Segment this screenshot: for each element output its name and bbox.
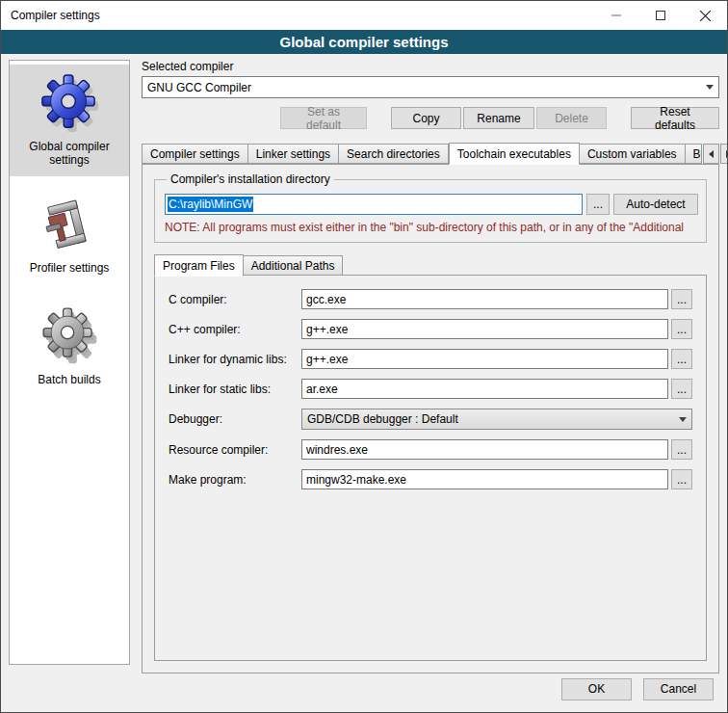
sidebar-item-global-compiler-settings[interactable]: Global compiler settings (10, 65, 129, 176)
maximize-button[interactable] (638, 1, 683, 30)
window-title: Compiler settings (1, 9, 100, 22)
tab-compiler-settings[interactable]: Compiler settings (142, 144, 248, 164)
resource-compiler-row: Resource compiler: ... (169, 439, 692, 460)
make-program-label: Make program: (169, 473, 301, 487)
maximize-icon (656, 11, 665, 20)
gray-gears-icon (39, 305, 99, 365)
compiler-select-value: GNU GCC Compiler (147, 81, 251, 94)
reset-defaults-button[interactable]: Reset defaults (631, 107, 719, 129)
browse-directory-button[interactable]: ... (586, 194, 610, 215)
chevron-down-icon (700, 77, 718, 97)
rename-button[interactable]: Rename (463, 107, 534, 129)
compiler-settings-window: Compiler settings Global compiler settin… (0, 0, 728, 713)
blue-gear-icon (39, 72, 99, 132)
dynamic-linker-input[interactable] (301, 349, 668, 369)
cpp-compiler-row: C++ compiler: ... (169, 319, 692, 339)
dynamic-linker-label: Linker for dynamic libs: (169, 353, 301, 366)
subtab-additional-paths[interactable]: Additional Paths (244, 255, 344, 276)
dialog-footer: OK Cancel (1, 673, 727, 712)
installation-directory-value: C:\raylib\MinGW (168, 197, 253, 212)
sidebar-item-label: Global compiler settings (12, 140, 127, 167)
minimize-button[interactable] (594, 1, 638, 30)
browse-button[interactable]: ... (671, 289, 692, 309)
tab-search-directories[interactable]: Search directories (339, 144, 449, 164)
installation-directory-input[interactable]: C:\raylib\MinGW (165, 194, 583, 215)
cpp-compiler-label: C++ compiler: (169, 323, 301, 336)
page-title: Global compiler settings (1, 30, 727, 54)
delete-button[interactable]: Delete (536, 107, 607, 129)
browse-button[interactable]: ... (671, 469, 692, 489)
debugger-select-value: GDB/CDB debugger : Default (307, 412, 458, 426)
installation-directory-row: C:\raylib\MinGW ... Auto-detect (165, 194, 698, 215)
cancel-button[interactable]: Cancel (643, 678, 714, 700)
minimize-icon (611, 11, 621, 20)
debugger-row: Debugger: GDB/CDB debugger : Default (169, 409, 692, 430)
toolchain-executables-panel: Compiler's installation directory C:\ray… (142, 164, 719, 673)
tab-linker-settings[interactable]: Linker settings (248, 144, 339, 164)
compiler-buttons: Set as default Copy Rename Delete Reset … (142, 107, 719, 129)
auto-detect-button[interactable]: Auto-detect (613, 194, 698, 215)
debugger-label: Debugger: (169, 412, 301, 426)
close-icon (700, 11, 711, 21)
compiler-select[interactable]: GNU GCC Compiler (142, 76, 719, 98)
bin-subdirectory-note: NOTE: All programs must exist either in … (165, 221, 698, 234)
sidebar-item-profiler-settings[interactable]: Profiler settings (10, 190, 129, 284)
program-files-tabstrip: Program Files Additional Paths (154, 254, 707, 276)
arrow-left-icon (709, 150, 714, 158)
tab-custom-variables[interactable]: Custom variables (580, 144, 686, 164)
sidebar-item-label: Batch builds (38, 373, 100, 386)
window-controls (594, 1, 727, 30)
installation-directory-legend: Compiler's installation directory (167, 172, 334, 186)
set-as-default-button[interactable]: Set as default (280, 107, 367, 129)
installation-directory-group: Compiler's installation directory C:\ray… (154, 172, 707, 243)
subtab-program-files[interactable]: Program Files (154, 254, 244, 277)
close-button[interactable] (683, 1, 727, 30)
dynamic-linker-row: Linker for dynamic libs: ... (169, 349, 692, 369)
ok-button[interactable]: OK (561, 678, 632, 700)
make-program-input[interactable] (301, 469, 668, 489)
sidebar-item-batch-builds[interactable]: Batch builds (10, 298, 129, 396)
chevron-down-icon (673, 417, 691, 422)
c-compiler-row: C compiler: ... (169, 289, 692, 309)
c-compiler-input[interactable] (301, 289, 668, 309)
dialog-content: Global compiler settings (1, 54, 727, 673)
copy-button[interactable]: Copy (391, 107, 461, 129)
make-program-row: Make program: ... (169, 469, 692, 489)
tab-toolchain-executables[interactable]: Toolchain executables (449, 143, 580, 165)
main-area: Selected compiler GNU GCC Compiler Set a… (142, 60, 719, 673)
settings-tabstrip: Compiler settings Linker settings Search… (142, 143, 719, 164)
static-linker-row: Linker for static libs: ... (169, 379, 692, 399)
resource-compiler-label: Resource compiler: (169, 443, 301, 457)
resource-compiler-input[interactable] (301, 439, 668, 460)
sidebar: Global compiler settings (9, 60, 130, 665)
tab-scroll-right-button[interactable] (720, 144, 728, 164)
cpp-compiler-input[interactable] (301, 319, 668, 339)
selected-compiler-label: Selected compiler (142, 60, 719, 73)
browse-button[interactable]: ... (671, 319, 692, 339)
static-linker-input[interactable] (301, 379, 668, 399)
browse-button[interactable]: ... (671, 439, 692, 460)
debugger-select[interactable]: GDB/CDB debugger : Default (301, 409, 692, 430)
profiler-clamp-icon (41, 198, 97, 253)
sidebar-item-label: Profiler settings (30, 261, 110, 275)
c-compiler-label: C compiler: (169, 293, 301, 306)
browse-button[interactable]: ... (671, 379, 692, 399)
program-files-panel: C compiler: ... C++ compiler: ... Linker… (154, 275, 707, 661)
static-linker-label: Linker for static libs: (169, 383, 301, 396)
tab-scroll-left-button[interactable] (703, 144, 719, 164)
tab-build-options[interactable]: Buil (686, 144, 702, 164)
browse-button[interactable]: ... (671, 349, 692, 369)
title-bar[interactable]: Compiler settings (1, 1, 727, 30)
